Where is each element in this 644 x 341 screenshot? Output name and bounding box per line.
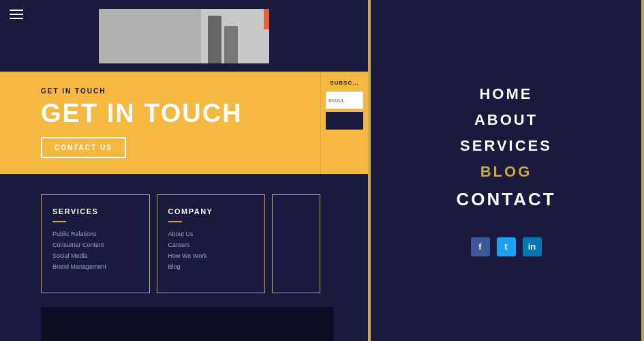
contact-label: GET IN TOUCH [41,87,327,95]
facebook-icon[interactable]: f [471,237,490,256]
services-card: SERVICES Public Relations Consumer Conte… [41,194,150,293]
services-title: SERVICES [52,207,138,216]
hamburger-line-3 [10,18,23,19]
services-link-pr[interactable]: Public Relations [52,231,138,237]
nav-about[interactable]: ABOUT [474,111,538,129]
nav-contact[interactable]: CONTACT [456,189,555,210]
company-link-blog[interactable]: Blog [168,263,254,270]
footer-grid: SERVICES Public Relations Consumer Conte… [0,194,368,293]
company-title: COMPANY [168,207,254,216]
hamburger-line-2 [10,14,23,15]
left-panel: ▾ GET IN TOUCH GET IN TOUCH CONTACT US S… [0,0,368,341]
contact-title: GET IN TOUCH [41,100,327,126]
nav-home[interactable]: HOME [479,85,532,103]
person-2 [224,26,238,63]
company-card: COMPANY About Us Careers How We Work Blo… [157,194,266,293]
company-link-about[interactable]: About Us [168,231,254,237]
third-card [272,194,320,293]
company-link-how[interactable]: How We Work [168,252,254,259]
right-panel: HOME ABOUT SERVICES BLOG CONTACT f t in [368,0,644,341]
subscribe-label: SUBSC... [330,80,359,86]
hamburger-menu[interactable] [7,7,26,22]
person-1 [208,16,221,63]
company-link-careers[interactable]: Careers [168,241,254,248]
email-input[interactable] [326,91,363,109]
nav-services[interactable]: SERVICES [460,137,552,155]
twitter-icon[interactable]: t [497,237,516,256]
company-divider [168,221,182,222]
footer-image-overlay [41,307,334,341]
hamburger-line-1 [10,10,23,11]
footer-section: SERVICES Public Relations Consumer Conte… [0,174,368,341]
services-link-sm[interactable]: Social Media [52,252,138,259]
subscribe-panel: SUBSC... [320,72,368,174]
contact-us-button[interactable]: CONTACT US [41,137,126,158]
services-divider [52,221,66,222]
subscribe-button[interactable] [326,112,363,130]
gold-border-left [368,0,371,341]
people-image [208,9,249,63]
hero-image [99,9,269,63]
top-image-section [0,0,368,72]
social-icons: f t in [471,237,542,256]
nav-menu: HOME ABOUT SERVICES BLOG CONTACT [456,85,555,210]
nav-blog[interactable]: BLOG [480,163,532,181]
linkedin-icon[interactable]: in [523,237,542,256]
contact-section: GET IN TOUCH GET IN TOUCH CONTACT US SUB… [0,72,368,174]
services-link-bm[interactable]: Brand Management [52,263,138,270]
orange-accent [264,9,269,29]
services-link-cc[interactable]: Consumer Content [52,241,138,248]
gold-border-right [641,0,644,341]
